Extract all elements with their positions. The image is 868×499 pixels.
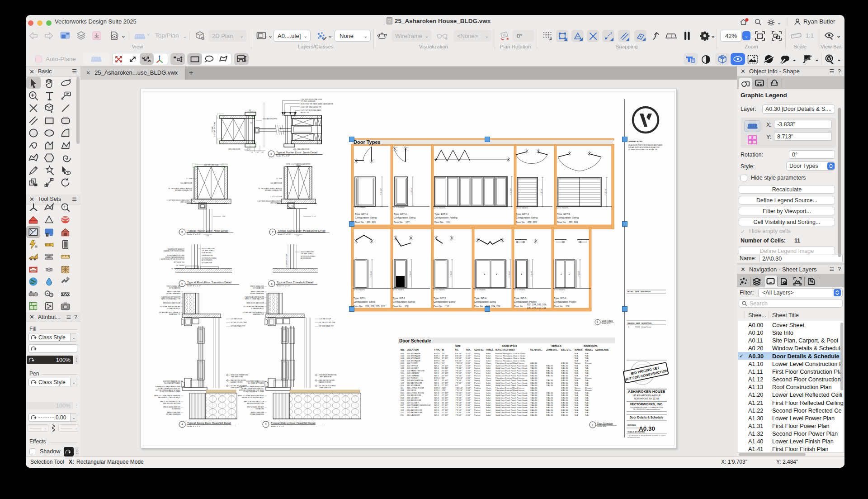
- svg-text:7/A0.30: 7/A0.30: [546, 394, 553, 396]
- svg-text:2 1/4": 2 1/4": [255, 152, 259, 153]
- svg-text:(REF. SCHEDULE): (REF. SCHEDULE): [270, 202, 282, 204]
- svg-text:Glass: Glass: [486, 389, 491, 391]
- svg-text:6/A0.30: 6/A0.30: [561, 411, 568, 413]
- svg-text:CHANNEL FOR POCKET DOORS: CHANNEL FOR POCKET DOORS: [164, 250, 184, 252]
- svg-text:003: 003: [401, 357, 404, 359]
- svg-text:SILL SHASE APPLICABLE: SILL SHASE APPLICABLE: [248, 382, 264, 384]
- svg-text:EXT-5: EXT-5: [434, 360, 440, 362]
- svg-text:Solid Core Flush Panel, Paint: Solid Core Flush Panel, Paint Grade: [495, 382, 528, 384]
- svg-text:Exterior Fiberglass, Clad in C: Exterior Fiberglass, Clad in Cedar: [495, 355, 525, 357]
- svg-text:108, 209, 210, 211: 108, 209, 210, 211: [527, 306, 546, 309]
- svg-text:2 1/4": 2 1/4": [222, 216, 226, 218]
- svg-text:7'9 3/4": 7'9 3/4": [455, 399, 462, 401]
- svg-text:5 1/2" X 1/2" WOOD WALL BASE: 5 1/2" X 1/2" WOOD WALL BASE: [301, 109, 321, 111]
- svg-text:7/A0.30: 7/A0.30: [530, 402, 538, 404]
- svg-text:004: 004: [401, 360, 404, 362]
- svg-text:2'7 1/2": 2'7 1/2": [442, 409, 448, 411]
- svg-text:1/2" SHIM SPACE, TYP.: 1/2" SHIM SPACE, TYP.: [231, 325, 245, 327]
- svg-text:N/A: N/A: [575, 379, 578, 381]
- svg-text:DESCRIPTION: DESCRIPTION: [642, 323, 651, 324]
- svg-text:40" TO. FINISH FL.: 40" TO. FINISH FL.: [557, 207, 569, 209]
- svg-text:7/A0.30: 7/A0.30: [546, 402, 553, 404]
- svg-text:W: W: [442, 348, 444, 351]
- svg-text:1 3/4": 1 3/4": [466, 389, 471, 391]
- svg-text:N/A: N/A: [575, 414, 578, 416]
- svg-text:ZIP WALL SHEATHING: ZIP WALL SHEATHING: [166, 413, 180, 415]
- svg-text:- REF. JAMB DETAIL: - REF. JAMB DETAIL: [319, 376, 332, 378]
- svg-text:Scale: 3" = 1'-0": Scale: 3" = 1'-0": [187, 285, 201, 287]
- svg-text:Type: INT-6: Type: INT-6: [554, 297, 566, 299]
- svg-text:1/2" GWB: 1/2" GWB: [186, 178, 192, 180]
- svg-text:Solid: Solid: [486, 397, 491, 399]
- svg-text:Door No.: Door No.: [514, 305, 524, 308]
- svg-text:N/A: N/A: [575, 411, 578, 413]
- svg-text:Solid Core Flush Panel, Paint: Solid Core Flush Panel, Paint Grade: [495, 392, 528, 394]
- svg-text:110 BATHROOM: 110 BATHROOM: [407, 382, 422, 384]
- svg-text:40" TO. FINISH FL.: 40" TO. FINISH FL.: [434, 289, 445, 291]
- svg-text:8/A0.30: 8/A0.30: [530, 365, 538, 367]
- svg-text:Door Schedule: Door Schedule: [597, 422, 613, 425]
- svg-text:107: 107: [401, 377, 404, 379]
- svg-text:Configuration: Folding: Configuration: Folding: [434, 216, 458, 219]
- svg-text:Swing: Swing: [474, 392, 480, 394]
- svg-text:5'1 1/2": 5'1 1/2": [442, 402, 448, 404]
- svg-text:209: 209: [401, 409, 404, 411]
- svg-text:7'9 3/4": 7'9 3/4": [455, 365, 462, 367]
- svg-text:1 3/4": 1 3/4": [466, 409, 471, 411]
- svg-text:Scale: 3" = 1'-0": Scale: 3" = 1'-0": [271, 425, 284, 428]
- svg-text:1 3/4": 1 3/4": [466, 384, 471, 386]
- svg-text:LOCATION: LOCATION: [407, 348, 419, 351]
- svg-text:Configuration: Swing: Configuration: Swing: [393, 300, 415, 303]
- svg-text:7'-9 3/4": 7'-9 3/4": [578, 271, 580, 276]
- svg-text:8/A0.30: 8/A0.30: [530, 414, 538, 416]
- svg-text:ZIP WALL SHEATHING: ZIP WALL SHEATHING: [250, 413, 264, 415]
- svg-text:N/A: N/A: [585, 352, 588, 355]
- svg-text:211 BATHROOM: 211 BATHROOM: [407, 411, 422, 413]
- svg-text:Typical Sliding Door Head/Sill: Typical Sliding Door Head/Sill Detail: [271, 421, 316, 424]
- svg-text:40" TO. FINISH FL.: 40" TO. FINISH FL.: [434, 207, 446, 209]
- svg-text:Swing: Swing: [474, 397, 480, 399]
- svg-text:DETAILS: DETAILS: [552, 345, 561, 347]
- svg-text:1 3/4": 1 3/4": [466, 370, 471, 372]
- svg-text:Type: INT-4: Type: INT-4: [474, 297, 486, 299]
- svg-text:Solid: Solid: [486, 414, 491, 416]
- svg-text:INT-5: INT-5: [434, 365, 439, 367]
- svg-text:109: 109: [401, 382, 404, 384]
- svg-text:N/A: N/A: [575, 384, 578, 386]
- svg-text:TAPED TO SHEAR WALL, TYP.: TAPED TO SHEAR WALL, TYP.: [245, 298, 264, 300]
- svg-text:N/A: N/A: [585, 370, 588, 372]
- svg-text:Type: EXT-5: Type: EXT-5: [557, 213, 570, 215]
- svg-text:Panel: Panel: [486, 379, 491, 381]
- svg-text:9/A0.30: 9/A0.30: [546, 406, 553, 409]
- svg-text:7'9 3/4": 7'9 3/4": [455, 397, 462, 399]
- svg-text:9: 9: [270, 152, 272, 155]
- svg-text:Configuration: Swing: Configuration: Swing: [474, 300, 496, 303]
- svg-text:Swing: Swing: [474, 357, 480, 359]
- svg-text:Solid: Solid: [486, 382, 491, 384]
- svg-text:N/A: N/A: [585, 399, 588, 401]
- svg-text:N/A: N/A: [585, 406, 588, 409]
- svg-text:211: 211: [401, 414, 404, 416]
- svg-text:40" TO. FINISH FL.: 40" TO. FINISH FL.: [393, 289, 405, 291]
- svg-text:1/4" TWNSET: 1/4" TWNSET: [176, 265, 184, 266]
- svg-text:Type: INT-2: Type: INT-2: [393, 297, 405, 299]
- svg-text:Door Details & Schedule: Door Details & Schedule: [630, 416, 664, 419]
- svg-text:1 3/4": 1 3/4": [466, 367, 471, 369]
- svg-text:7'9 3/4": 7'9 3/4": [455, 394, 462, 396]
- svg-text:EXT-3: EXT-3: [434, 387, 440, 389]
- svg-text:108 LIBRARY: 108 LIBRARY: [407, 372, 419, 374]
- svg-text:INT-1: INT-1: [434, 399, 439, 401]
- svg-text:8/A0.30: 8/A0.30: [530, 370, 538, 372]
- svg-text:3/4" THK. PTD. WD. TRIM: 3/4" THK. PTD. WD. TRIM: [231, 322, 247, 323]
- svg-text:ZIP WALL SHEATHING: ZIP WALL SHEATHING: [166, 293, 180, 295]
- svg-text:CLG. MAY OCCUR: CLG. MAY OCCUR: [270, 182, 283, 184]
- svg-text:Solid Core Flush Panel, Paint: Solid Core Flush Panel, Paint Grade: [495, 372, 528, 374]
- svg-text:2'7 1/2": 2'7 1/2": [442, 375, 448, 377]
- svg-text:7/A0.30: 7/A0.30: [530, 399, 538, 401]
- svg-text:002, 003: 002, 003: [528, 221, 537, 223]
- svg-text:7'9 3/4": 7'9 3/4": [455, 372, 462, 374]
- svg-text:105: 105: [401, 372, 404, 374]
- svg-text:Type: EXT-3: Type: EXT-3: [434, 213, 448, 215]
- svg-text:DATE: DATE: [636, 323, 640, 324]
- svg-text:5/A0.30: 5/A0.30: [561, 367, 568, 369]
